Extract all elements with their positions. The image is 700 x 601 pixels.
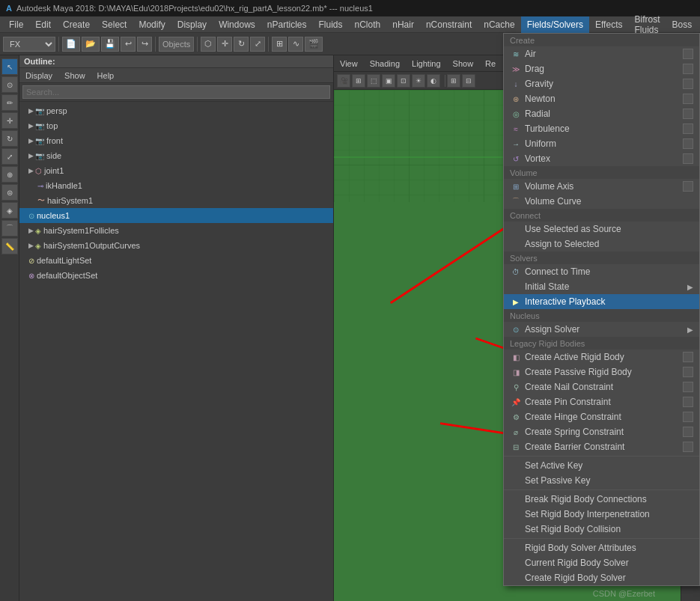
menu-edit[interactable]: Edit — [29, 16, 57, 33]
menu-item-set-passive-key[interactable]: Set Passive Key — [504, 473, 699, 488]
menu-item-use-source[interactable]: Use Selected as Source — [504, 222, 699, 237]
tree-follicles[interactable]: ▶ ◈ hairSystem1Follicles — [19, 223, 333, 238]
menu-bifrost[interactable]: Bifrost Fluids — [628, 16, 666, 33]
outliner-search-input[interactable] — [22, 85, 330, 99]
toolbar-render[interactable]: 🎬 — [305, 37, 323, 52]
tool-show-manip[interactable]: ◈ — [1, 202, 18, 219]
tree-hairsystem[interactable]: 〜 hairSystem1 — [19, 193, 333, 208]
toolbar-save[interactable]: 💾 — [101, 37, 119, 52]
vp-hud-btn[interactable]: ⊟ — [462, 74, 475, 88]
toolbar-select-tool[interactable]: ⬡ — [201, 37, 216, 52]
tool-curve[interactable]: ⌒ — [1, 220, 18, 237]
outliner-menu-help[interactable]: Help — [91, 70, 121, 82]
vp-texture-btn[interactable]: ⊡ — [397, 74, 410, 88]
tool-universal[interactable]: ⊕ — [1, 166, 18, 183]
outliner-menu-display[interactable]: Display — [19, 70, 58, 82]
tree-persp[interactable]: ▶ 📷 persp — [19, 103, 333, 118]
toolbar-undo[interactable]: ↩ — [121, 37, 136, 52]
menu-item-assign-selected[interactable]: Assign to Selected — [504, 237, 699, 251]
menu-nhair[interactable]: nHair — [386, 16, 420, 33]
tool-scale[interactable]: ⤢ — [1, 148, 18, 165]
tree-outputcurves[interactable]: ▶ ◈ hairSystem1OutputCurves — [19, 238, 333, 253]
menu-windows[interactable]: Windows — [213, 16, 261, 33]
toolbar-snap-curve[interactable]: ∿ — [288, 37, 303, 52]
menu-item-solver-attrs[interactable]: Rigid Body Solver Attributes — [504, 540, 699, 555]
vp-menu-lighting[interactable]: Lighting — [406, 58, 447, 70]
tool-select[interactable]: ↖ — [1, 58, 18, 75]
menu-item-create-barrier[interactable]: ⊟ Create Barrier Constraint — [504, 439, 699, 454]
toolbar-rotate-tool[interactable]: ↻ — [234, 37, 249, 52]
vp-menu-view[interactable]: View — [334, 58, 364, 70]
tool-paint[interactable]: ✏ — [1, 94, 18, 111]
menu-item-create-active-rigid[interactable]: ◧ Create Active Rigid Body — [504, 350, 699, 364]
menu-item-radial[interactable]: ◎ Radial — [504, 106, 699, 121]
toolbar-redo[interactable]: ↪ — [137, 37, 152, 52]
menu-item-create-spring[interactable]: ⌀ Create Spring Constraint — [504, 424, 699, 439]
vp-menu-re[interactable]: Re — [479, 58, 502, 70]
menu-item-assign-solver[interactable]: ⊙ Assign Solver ▶ — [504, 322, 699, 337]
menu-ncache[interactable]: nCache — [478, 16, 520, 33]
menu-fields-solvers[interactable]: Fields/Solvers — [521, 16, 589, 33]
vp-menu-show[interactable]: Show — [447, 58, 480, 70]
toolbar-snap-grid[interactable]: ⊞ — [272, 37, 287, 52]
vp-wireframe-btn[interactable]: ⬚ — [367, 74, 380, 88]
menu-item-set-collision[interactable]: Set Rigid Body Collision — [504, 522, 699, 537]
vp-shadow-btn[interactable]: ◐ — [427, 74, 440, 88]
menu-item-interactive-playback[interactable]: ▶ Interactive Playback — [504, 294, 699, 309]
tree-ikhandle[interactable]: ⊸ ikHandle1 — [19, 178, 333, 193]
menu-item-create-pin[interactable]: 📌 Create Pin Constraint — [504, 394, 699, 409]
workspace-select[interactable]: FX — [3, 37, 55, 52]
menu-item-create-hinge[interactable]: ⚙ Create Hinge Constraint — [504, 409, 699, 424]
menu-select[interactable]: Select — [96, 16, 133, 33]
toolbar-scale-tool[interactable]: ⤢ — [250, 37, 265, 52]
menu-item-vol-curve[interactable]: ⌒ Volume Curve — [504, 194, 699, 209]
menu-fluids[interactable]: Fluids — [313, 16, 349, 33]
menu-item-create-passive-rigid[interactable]: ◨ Create Passive Rigid Body — [504, 364, 699, 379]
toolbar-open[interactable]: 📂 — [82, 37, 100, 52]
tree-defaultobjectset[interactable]: ⊗ defaultObjectSet — [19, 268, 333, 283]
tree-defaultlightset[interactable]: ⊘ defaultLightSet — [19, 253, 333, 268]
tree-nucleus1[interactable]: ⊙ nucleus1 — [19, 208, 333, 223]
menu-modify[interactable]: Modify — [133, 16, 171, 33]
vp-menu-shading[interactable]: Shading — [364, 58, 406, 70]
menu-item-newton[interactable]: ⊛ Newton — [504, 91, 699, 106]
vp-grid-btn[interactable]: ⊞ — [447, 74, 460, 88]
tool-rotate[interactable]: ↻ — [1, 130, 18, 147]
menu-nconstraint[interactable]: nConstraint — [420, 16, 478, 33]
menu-item-set-interpenetration[interactable]: Set Rigid Body Interpenetration — [504, 507, 699, 522]
menu-create[interactable]: Create — [57, 16, 96, 33]
menu-item-create-solver[interactable]: Create Rigid Body Solver — [504, 570, 699, 585]
menu-item-initial-state[interactable]: Initial State ▶ — [504, 279, 699, 294]
tree-joint1[interactable]: ▶ ⬡ joint1 — [19, 163, 333, 178]
vp-frame-btn[interactable]: ⊞ — [352, 74, 365, 88]
tree-side[interactable]: ▶ 📷 side — [19, 148, 333, 163]
menu-item-connect-time[interactable]: ⏱ Connect to Time — [504, 264, 699, 279]
toolbar-move-tool[interactable]: ✛ — [217, 37, 232, 52]
toolbar-new[interactable]: 📄 — [62, 37, 80, 52]
menu-display[interactable]: Display — [171, 16, 213, 33]
menu-item-create-nail[interactable]: ⚲ Create Nail Constraint — [504, 379, 699, 394]
menu-boss[interactable]: Boss — [666, 16, 698, 33]
tool-move[interactable]: ✛ — [1, 112, 18, 129]
tree-front[interactable]: ▶ 📷 front — [19, 133, 333, 148]
menu-item-uniform[interactable]: → Uniform — [504, 136, 699, 151]
menu-item-gravity[interactable]: ↓ Gravity — [504, 76, 699, 91]
tree-top[interactable]: ▶ 📷 top — [19, 118, 333, 133]
menu-item-vol-axis[interactable]: ⊞ Volume Axis — [504, 179, 699, 194]
menu-item-current-solver[interactable]: Current Rigid Body Solver — [504, 555, 699, 570]
tool-lasso[interactable]: ⊙ — [1, 76, 18, 93]
menu-item-turbulence[interactable]: ≈ Turbulence — [504, 121, 699, 136]
vp-light-btn[interactable]: ☀ — [412, 74, 425, 88]
tool-soft-mod[interactable]: ⊜ — [1, 184, 18, 201]
menu-file[interactable]: File — [3, 16, 29, 33]
menu-item-drag[interactable]: ≫ Drag — [504, 61, 699, 76]
menu-effects[interactable]: Effects — [589, 16, 628, 33]
tool-measure[interactable]: 📏 — [1, 238, 18, 254]
menu-item-vortex[interactable]: ↺ Vortex — [504, 151, 699, 166]
menu-ncloth[interactable]: nCloth — [349, 16, 387, 33]
menu-nparticles[interactable]: nParticles — [261, 16, 313, 33]
menu-item-break-connections[interactable]: Break Rigid Body Connections — [504, 492, 699, 507]
vp-smooth-btn[interactable]: ▣ — [382, 74, 395, 88]
menu-item-set-active-key[interactable]: Set Active Key — [504, 458, 699, 473]
outliner-menu-show[interactable]: Show — [58, 70, 91, 82]
